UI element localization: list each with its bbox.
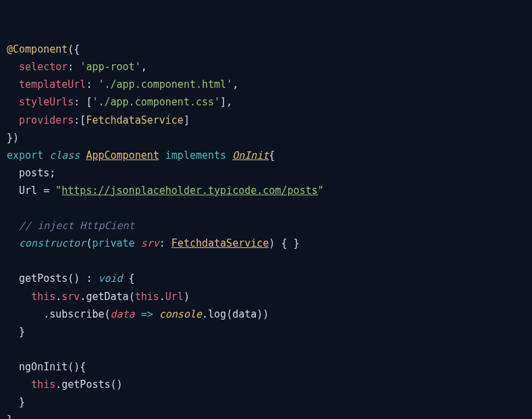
indent: [7, 78, 19, 91]
field: posts: [19, 167, 49, 179]
indent: [7, 361, 19, 373]
colon: :: [86, 78, 98, 91]
punc: ({: [68, 43, 80, 55]
indent-dot: .: [7, 308, 49, 320]
bracket: ]: [184, 114, 190, 126]
close-paren-brace: }): [7, 132, 19, 144]
call: log: [208, 308, 226, 320]
kw-void: void: [98, 272, 122, 285]
dot: .: [202, 308, 208, 320]
paren: )): [257, 308, 269, 320]
colon-bracket: :[: [74, 114, 86, 126]
quote: ": [55, 184, 61, 197]
param: srv: [141, 237, 159, 249]
brace: }: [19, 326, 25, 338]
kw-this: this: [31, 291, 55, 303]
semi: ;: [49, 167, 55, 179]
space: [135, 308, 141, 320]
call: getPosts: [61, 378, 110, 391]
paren-colon: () :: [68, 272, 98, 285]
kw-export: export: [7, 149, 43, 162]
prop-key: providers: [19, 114, 74, 126]
type: FetchdataService: [86, 114, 184, 126]
paren: (): [111, 378, 123, 391]
method: getPosts: [19, 272, 68, 285]
arg: data: [232, 308, 257, 320]
colon: :: [68, 61, 80, 73]
string: ./app.component.html: [105, 78, 227, 91]
paren: (: [129, 291, 135, 303]
param: data: [111, 308, 135, 320]
code-block: @Component({ selector: 'app-root', templ…: [7, 41, 525, 419]
kw-class: class: [49, 149, 80, 162]
space: [43, 149, 49, 162]
dot: .: [55, 291, 61, 303]
field: Url: [19, 184, 37, 197]
method: ngOnInit: [19, 361, 68, 373]
indent: [7, 96, 19, 108]
brace: }: [7, 414, 13, 419]
indent: [7, 237, 19, 249]
space: [159, 149, 165, 162]
prop-key: templateUrl: [19, 78, 86, 91]
string: ./app.component.css: [98, 96, 214, 108]
kw-this: this: [31, 378, 55, 391]
bracket-comma: ],: [220, 96, 232, 108]
paren: (: [105, 308, 111, 320]
comma: ,: [232, 78, 238, 91]
quote: ': [226, 78, 232, 91]
type: FetchdataService: [171, 237, 269, 249]
comma: ,: [141, 61, 147, 73]
colon: :: [159, 237, 171, 249]
brace: }: [19, 396, 25, 408]
prop-key: selector: [19, 61, 68, 73]
console: console: [159, 308, 202, 320]
brace: {: [269, 149, 275, 162]
dot: .: [159, 291, 165, 303]
colon-bracket: : [: [74, 96, 92, 108]
string: app-root: [86, 61, 134, 73]
indent: [7, 326, 19, 338]
indent: [7, 291, 31, 303]
equals: =: [37, 184, 55, 197]
dot: .: [55, 378, 61, 391]
indent: [7, 184, 19, 197]
space: [135, 237, 141, 249]
kw-constructor: constructor: [19, 237, 86, 249]
class-name: AppComponent: [86, 149, 159, 162]
brace: {: [123, 272, 135, 285]
indent: [7, 61, 19, 73]
prop: srv: [61, 291, 80, 303]
arrow: =>: [141, 308, 153, 320]
quote: ': [98, 78, 104, 91]
decorator-at: @: [7, 43, 13, 55]
url-string: https://jsonplaceholder.typicode.com/pos…: [61, 184, 317, 197]
indent: [7, 272, 19, 285]
decorator-name: Component: [13, 43, 68, 55]
indent: [7, 220, 19, 232]
interface-name: OnInit: [232, 149, 269, 162]
indent: [7, 396, 19, 408]
indent: [7, 114, 19, 126]
quote: ": [318, 184, 324, 197]
prop: Url: [165, 291, 184, 303]
close: ) { }: [269, 237, 299, 249]
space: [153, 308, 159, 320]
kw-implements: implements: [165, 149, 226, 162]
space: [226, 149, 232, 162]
paren: (: [226, 308, 232, 320]
paren-brace: (){: [68, 361, 86, 373]
indent: [7, 378, 31, 391]
kw-this: this: [135, 291, 159, 303]
kw-private: private: [92, 237, 134, 249]
quote: ': [214, 96, 220, 108]
comment: // inject HttpCient: [19, 220, 135, 232]
call: getData: [86, 291, 128, 303]
quote: ': [135, 61, 141, 73]
paren: ): [184, 291, 190, 303]
indent: [7, 167, 19, 179]
prop-key: styleUrls: [19, 96, 74, 108]
call: subscribe: [49, 308, 104, 320]
